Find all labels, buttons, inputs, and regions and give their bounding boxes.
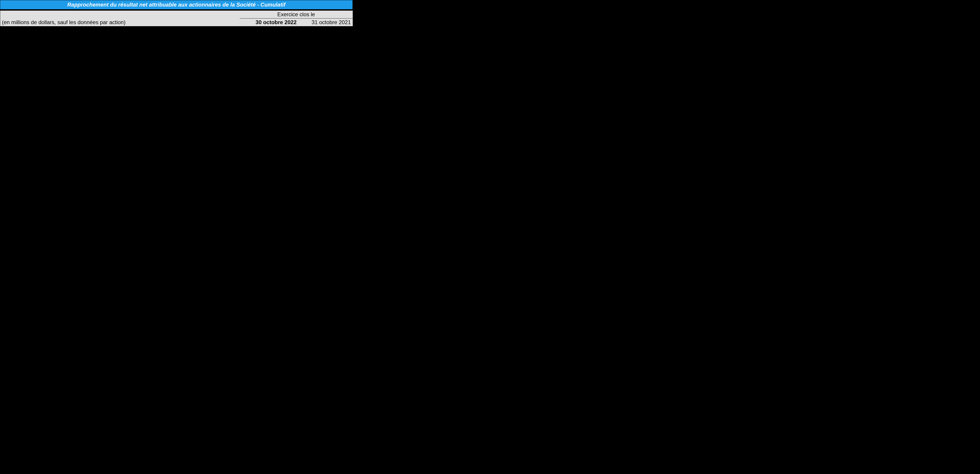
title-row: Rapprochement du résultat net attribuabl…	[0, 0, 353, 10]
column-header-2021: 31 octobre 2021	[299, 19, 353, 26]
period-label: Exercice clos le	[240, 11, 353, 19]
period-row-empty	[0, 11, 240, 19]
reconciliation-table-wrapper: Rapprochement du résultat net attribuabl…	[0, 0, 353, 166]
redacted-body	[0, 26, 353, 166]
table-title: Rapprochement du résultat net attribuabl…	[0, 0, 353, 10]
period-row: Exercice clos le	[0, 11, 353, 19]
units-label: (en millions de dollars, sauf les donnée…	[0, 19, 240, 26]
units-row: (en millions de dollars, sauf les donnée…	[0, 19, 353, 26]
reconciliation-table: Rapprochement du résultat net attribuabl…	[0, 0, 353, 166]
column-header-2022: 30 octobre 2022	[240, 19, 299, 26]
